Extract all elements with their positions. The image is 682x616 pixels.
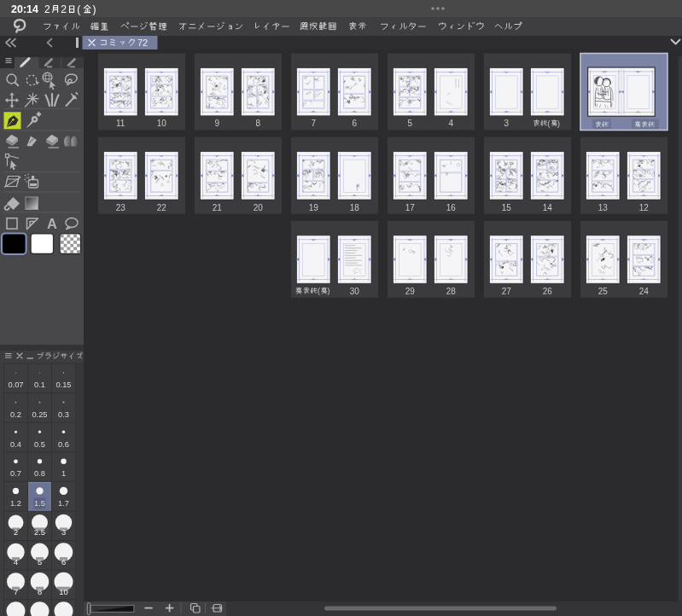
svg-text:23: 23 <box>116 203 126 212</box>
svg-text:29: 29 <box>405 287 416 296</box>
svg-text:2.5: 2.5 <box>34 528 45 537</box>
svg-text:(: ( <box>548 119 551 128</box>
svg-text:3: 3 <box>61 528 66 537</box>
svg-text:): ) <box>327 287 329 295</box>
svg-text:): ) <box>557 119 560 128</box>
svg-text:0.3: 0.3 <box>58 410 69 419</box>
svg-text:1: 1 <box>61 469 66 478</box>
svg-text:25: 25 <box>598 287 609 296</box>
svg-text:72: 72 <box>137 38 148 48</box>
svg-text:4: 4 <box>448 119 453 128</box>
svg-text:8: 8 <box>255 119 260 128</box>
svg-text:(: ( <box>318 287 320 295</box>
svg-text:0.2: 0.2 <box>10 410 21 419</box>
svg-text:5: 5 <box>407 119 412 128</box>
svg-text:21: 21 <box>213 203 223 212</box>
svg-text:5: 5 <box>38 558 42 567</box>
svg-text:0.07: 0.07 <box>8 381 23 389</box>
svg-text:): ) <box>93 3 96 15</box>
svg-text:A: A <box>47 216 57 231</box>
svg-text:24: 24 <box>639 287 650 296</box>
svg-text:6: 6 <box>61 558 66 567</box>
svg-text:11: 11 <box>116 119 125 128</box>
svg-text:1.2: 1.2 <box>10 499 21 508</box>
svg-text:18: 18 <box>350 203 360 212</box>
svg-text:1.7: 1.7 <box>58 499 69 508</box>
svg-text:0.15: 0.15 <box>55 381 71 389</box>
svg-text:13: 13 <box>598 203 609 212</box>
svg-text:0.5: 0.5 <box>34 440 45 449</box>
svg-text:15: 15 <box>502 203 512 212</box>
svg-text:14: 14 <box>543 203 553 212</box>
svg-text:2: 2 <box>44 3 50 15</box>
svg-text:2: 2 <box>14 528 18 537</box>
svg-text:4: 4 <box>14 558 18 567</box>
svg-text:0.4: 0.4 <box>10 440 21 449</box>
svg-text:17: 17 <box>405 203 416 212</box>
svg-text:0.25: 0.25 <box>32 410 47 419</box>
svg-text:20:14: 20:14 <box>11 3 38 15</box>
svg-text:0.7: 0.7 <box>10 469 21 478</box>
svg-text:6: 6 <box>352 119 357 128</box>
svg-text:12: 12 <box>639 203 650 212</box>
svg-text:10: 10 <box>59 588 67 596</box>
svg-text:0.8: 0.8 <box>34 469 45 478</box>
svg-text:30: 30 <box>350 287 360 296</box>
svg-text:0.1: 0.1 <box>34 381 45 389</box>
svg-text:26: 26 <box>543 287 553 296</box>
svg-text:20: 20 <box>254 203 264 212</box>
svg-text:22: 22 <box>157 203 167 212</box>
svg-text:9: 9 <box>214 119 219 128</box>
svg-text:10: 10 <box>157 119 167 128</box>
svg-text:7: 7 <box>14 588 18 596</box>
svg-text:3: 3 <box>504 119 509 128</box>
svg-text:(: ( <box>77 3 80 15</box>
svg-text:8: 8 <box>38 588 42 596</box>
svg-text:1.5: 1.5 <box>34 499 45 508</box>
svg-text:0.6: 0.6 <box>58 440 69 449</box>
svg-text:28: 28 <box>446 287 457 296</box>
svg-text:7: 7 <box>311 119 316 128</box>
svg-text:27: 27 <box>502 287 512 296</box>
svg-text:2: 2 <box>61 3 67 15</box>
svg-text:19: 19 <box>309 203 319 212</box>
svg-text:16: 16 <box>446 203 457 212</box>
